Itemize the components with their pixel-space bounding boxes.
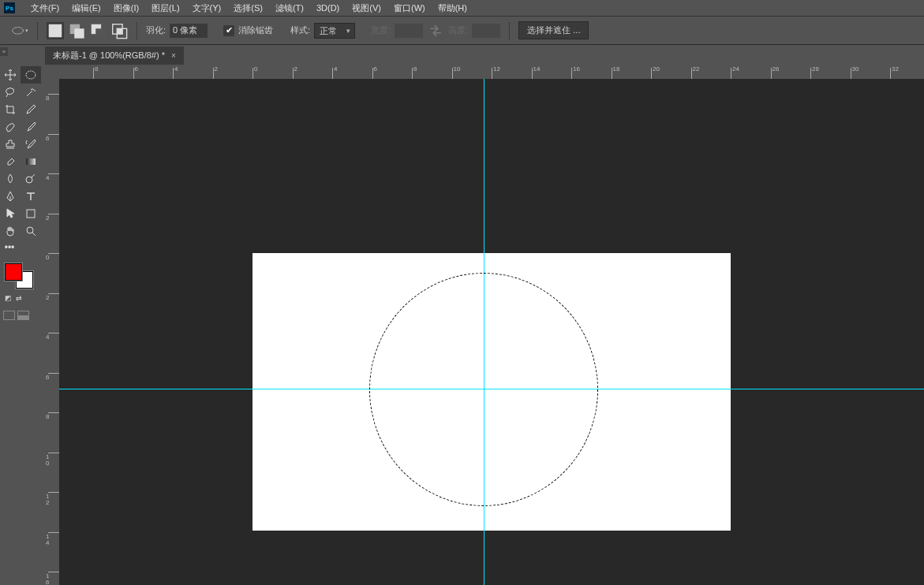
menu-window[interactable]: 窗口(W): [387, 1, 432, 16]
menu-3d[interactable]: 3D(D): [310, 2, 346, 14]
divider: [37, 22, 38, 39]
menu-filter[interactable]: 滤镜(T): [269, 1, 310, 16]
width-input: [395, 24, 423, 38]
divider: [509, 22, 510, 39]
horizontal-ruler[interactable]: 864202468101214161820222426283032: [59, 65, 924, 79]
marquee-tool-icon[interactable]: [21, 66, 41, 84]
intersect-selection-icon[interactable]: [110, 22, 128, 39]
new-selection-icon[interactable]: [47, 22, 64, 39]
swap-wh-icon: [427, 22, 444, 39]
menu-bar: Ps 文件(F) 编辑(E) 图像(I) 图层(L) 文字(Y) 选择(S) 滤…: [0, 0, 924, 17]
toolbox: ••• ◩ ⇄: [0, 65, 45, 320]
default-colors-icon[interactable]: ◩: [3, 293, 13, 303]
close-tab-icon[interactable]: ×: [171, 51, 176, 60]
workspace: 864202468101214161820222426283032 864202…: [45, 65, 924, 585]
hand-tool-icon[interactable]: [0, 222, 21, 240]
menu-layer[interactable]: 图层(L): [145, 1, 185, 16]
gradient-tool-icon[interactable]: [21, 153, 41, 170]
current-tool-icon[interactable]: ▾: [11, 24, 28, 38]
vertical-ruler[interactable]: 86420246810121416: [45, 79, 59, 585]
horizontal-guide[interactable]: [59, 389, 924, 389]
menu-select[interactable]: 选择(S): [227, 1, 269, 16]
style-select[interactable]: 正常: [314, 23, 355, 39]
pen-tool-icon[interactable]: [0, 188, 21, 205]
eraser-tool-icon[interactable]: [0, 153, 21, 170]
healing-tool-icon[interactable]: [0, 118, 21, 136]
lasso-tool-icon[interactable]: [0, 84, 21, 101]
path-select-tool-icon[interactable]: [0, 205, 21, 222]
menu-image[interactable]: 图像(I): [107, 1, 145, 16]
quickmask-on-icon[interactable]: [17, 311, 29, 320]
svg-point-9: [26, 71, 36, 79]
panel-toggle-icon[interactable]: «: [0, 47, 8, 56]
feather-input[interactable]: [170, 24, 208, 38]
svg-rect-3: [74, 28, 84, 38]
dodge-tool-icon[interactable]: [21, 170, 41, 188]
type-tool-icon[interactable]: [21, 188, 41, 205]
antialias-checkbox[interactable]: ✔: [223, 25, 234, 36]
select-and-mask-button[interactable]: 选择并遮住 ...: [518, 21, 589, 39]
menu-type[interactable]: 文字(Y): [186, 1, 228, 16]
brush-tool-icon[interactable]: [21, 118, 41, 136]
document-title: 未标题-1 @ 100%(RGB/8#) *: [53, 50, 165, 61]
ruler-origin[interactable]: [45, 65, 59, 79]
width-label: 宽度:: [371, 24, 391, 36]
subtract-selection-icon[interactable]: [89, 22, 107, 39]
antialias-label: 消除锯齿: [238, 24, 273, 36]
history-brush-tool-icon[interactable]: [21, 136, 41, 153]
zoom-tool-icon[interactable]: [21, 222, 41, 240]
edit-toolbar-icon[interactable]: •••: [0, 240, 19, 255]
height-input: [472, 24, 500, 38]
options-bar: ▾ 羽化: ✔ 消除锯齿 样式: 正常 宽度: 高度: 选择并遮住 ...: [0, 17, 924, 45]
eyedropper-tool-icon[interactable]: [21, 101, 41, 118]
swap-colors-icon[interactable]: ⇄: [14, 293, 24, 303]
shape-tool-icon[interactable]: [21, 205, 41, 222]
menu-view[interactable]: 视图(V): [346, 1, 387, 16]
menu-help[interactable]: 帮助(H): [432, 1, 473, 16]
menu-file[interactable]: 文件(F): [24, 1, 65, 16]
svg-point-11: [26, 177, 32, 183]
style-label: 样式:: [290, 24, 310, 36]
app-icon: Ps: [4, 2, 15, 13]
svg-rect-10: [26, 158, 36, 165]
vertical-guide[interactable]: [484, 79, 484, 585]
menu-edit[interactable]: 编辑(E): [65, 1, 107, 16]
quickmask-off-icon[interactable]: [3, 311, 15, 320]
svg-rect-12: [27, 210, 35, 218]
blur-tool-icon[interactable]: [0, 170, 21, 188]
feather-label: 羽化:: [146, 24, 166, 36]
svg-point-13: [27, 227, 33, 233]
color-swatches: [5, 263, 36, 290]
document-canvas[interactable]: [253, 253, 731, 531]
magic-wand-tool-icon[interactable]: [21, 84, 41, 101]
svg-rect-8: [117, 28, 122, 34]
height-label: 高度:: [448, 24, 468, 36]
foreground-color-swatch[interactable]: [5, 263, 22, 281]
svg-point-0: [13, 27, 24, 33]
document-tab[interactable]: 未标题-1 @ 100%(RGB/8#) * ×: [45, 47, 184, 65]
svg-rect-5: [95, 28, 105, 38]
document-tab-bar: 未标题-1 @ 100%(RGB/8#) * ×: [45, 47, 184, 65]
svg-rect-1: [49, 24, 62, 37]
crop-tool-icon[interactable]: [0, 101, 21, 118]
add-selection-icon[interactable]: [68, 22, 85, 39]
move-tool-icon[interactable]: [0, 66, 21, 84]
stamp-tool-icon[interactable]: [0, 136, 21, 153]
divider: [137, 22, 137, 39]
